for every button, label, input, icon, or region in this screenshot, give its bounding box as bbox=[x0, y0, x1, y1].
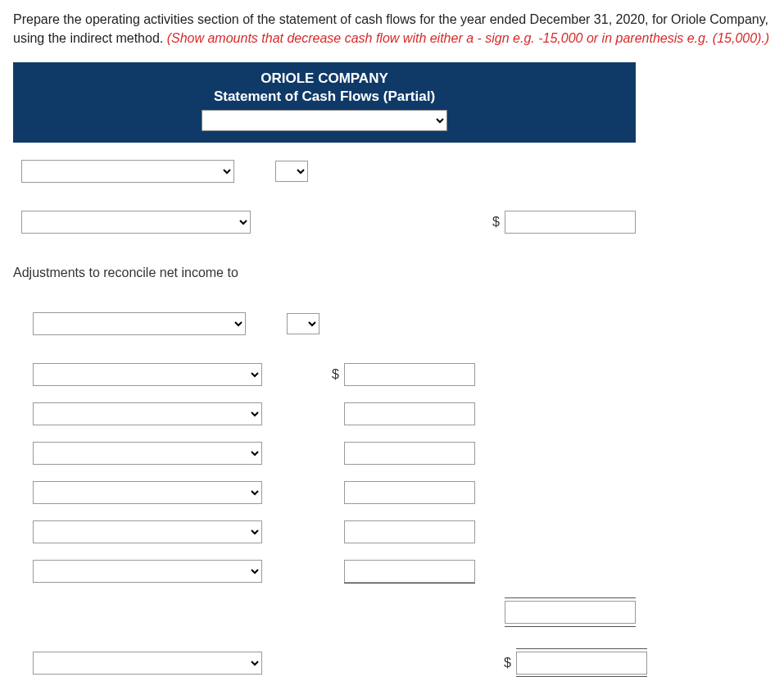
adjustment-5-amount-input[interactable] bbox=[344, 520, 475, 543]
adjustment-target-suffix-select[interactable] bbox=[287, 313, 319, 334]
net-cash-amount-input[interactable] bbox=[516, 652, 647, 675]
adjustment-target-row bbox=[21, 311, 771, 336]
adjustment-1-label-select[interactable] bbox=[33, 363, 262, 386]
instructions-text: Prepare the operating activities section… bbox=[13, 10, 771, 48]
adjustments-subtotal-row bbox=[21, 600, 771, 625]
statement-title: Statement of Cash Flows (Partial) bbox=[13, 89, 636, 105]
currency-symbol: $ bbox=[500, 656, 511, 670]
adjustment-2-amount-input[interactable] bbox=[344, 402, 475, 425]
currency-symbol: $ bbox=[328, 367, 339, 382]
worksheet-form: $ Adjustments to reconcile net income to… bbox=[13, 159, 771, 675]
adjustment-2-label-select[interactable] bbox=[33, 402, 262, 425]
company-name: ORIOLE COMPANY bbox=[13, 70, 636, 87]
adjustments-label-row: Adjustments to reconcile net income to bbox=[13, 261, 771, 285]
period-select[interactable] bbox=[202, 110, 447, 131]
adjustment-1-amount-input[interactable] bbox=[344, 363, 475, 386]
net-cash-label-select[interactable] bbox=[33, 652, 262, 675]
adjustment-row-3 bbox=[21, 441, 771, 466]
adjustment-4-label-select[interactable] bbox=[33, 481, 262, 504]
adjustment-5-label-select[interactable] bbox=[33, 520, 262, 543]
statement-header-banner: ORIOLE COMPANY Statement of Cash Flows (… bbox=[13, 62, 636, 143]
adjustment-3-label-select[interactable] bbox=[33, 442, 262, 465]
adjustments-subtotal-input[interactable] bbox=[505, 601, 636, 624]
adjustment-row-2 bbox=[21, 402, 771, 426]
adjustment-row-6 bbox=[21, 559, 771, 584]
adjustment-row-5 bbox=[21, 520, 771, 544]
adjustment-row-4 bbox=[21, 480, 771, 505]
instructions-hint: (Show amounts that decrease cash flow wi… bbox=[167, 31, 770, 45]
net-income-label-select[interactable] bbox=[21, 211, 251, 234]
net-cash-row: $ bbox=[21, 651, 771, 675]
adjustment-4-amount-input[interactable] bbox=[344, 481, 475, 504]
adjustment-6-label-select[interactable] bbox=[33, 560, 262, 583]
net-income-row: $ bbox=[21, 210, 771, 234]
adjustments-label: Adjustments to reconcile net income to bbox=[13, 261, 238, 285]
activity-header-row bbox=[21, 159, 771, 184]
adjustment-6-amount-input[interactable] bbox=[344, 560, 475, 583]
activity-header-select[interactable] bbox=[21, 160, 234, 183]
adjustment-3-amount-input[interactable] bbox=[344, 442, 475, 465]
currency-symbol: $ bbox=[488, 215, 500, 229]
adjustment-row-1: $ bbox=[21, 362, 771, 387]
activity-suffix-select[interactable] bbox=[275, 161, 308, 182]
adjustment-target-select[interactable] bbox=[33, 312, 246, 335]
net-income-amount-input[interactable] bbox=[505, 211, 636, 234]
